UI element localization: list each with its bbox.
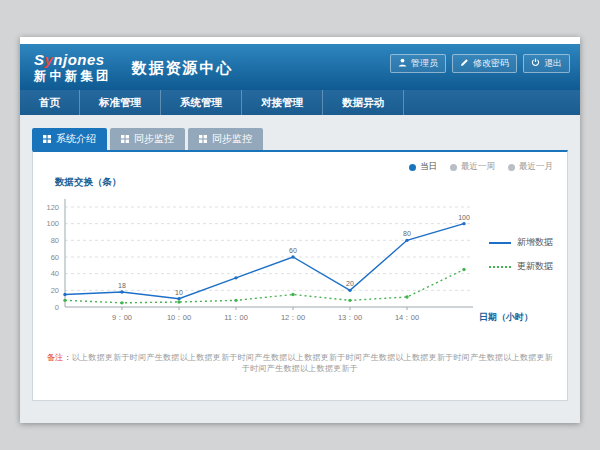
- nav-item-0[interactable]: 首页: [20, 90, 80, 115]
- grid-icon: [43, 134, 51, 145]
- grid-icon: [121, 134, 129, 145]
- filter-option-label: 最近一月: [519, 161, 553, 173]
- legend-line-icon: [489, 242, 511, 244]
- header-button-label: 修改密码: [473, 57, 509, 70]
- app-window: Synjones 新中新集团 数据资源中心 管理员修改密码退出 首页标准管理系统…: [20, 37, 580, 423]
- power-icon: [531, 58, 540, 69]
- tab-0[interactable]: 系统介绍: [32, 128, 107, 150]
- chart-panel: 0204060801001209：0010：0011：0012：0013：001…: [32, 150, 568, 401]
- footnote-text: 以上数据更新于时间产生数据以上数据更新于时间产生数据以上数据更新于时间产生数据以…: [72, 353, 553, 373]
- svg-text:10：00: 10：00: [167, 313, 191, 322]
- svg-text:9：00: 9：00: [112, 313, 132, 322]
- radio-dot-icon: [450, 164, 457, 171]
- legend-line-icon: [489, 266, 511, 268]
- filter-option-label: 当日: [420, 161, 437, 173]
- header-button-label: 退出: [544, 57, 562, 70]
- footnote-prefix: 备注：: [47, 353, 72, 362]
- svg-text:120: 120: [46, 203, 59, 212]
- footnote: 备注：以上数据更新于时间产生数据以上数据更新于时间产生数据以上数据更新于时间产生…: [43, 352, 557, 374]
- brand-logo-cn: 新中新集团: [34, 69, 112, 83]
- nav-item-3[interactable]: 对接管理: [242, 90, 323, 115]
- grid-icon: [199, 134, 207, 145]
- nav-item-1[interactable]: 标准管理: [80, 90, 161, 115]
- legend-label: 新增数据: [517, 236, 553, 249]
- series-legend: 新增数据更新数据: [489, 236, 553, 284]
- tab-label: 同步监控: [134, 132, 174, 146]
- app-header: Synjones 新中新集团 数据资源中心 管理员修改密码退出: [20, 44, 580, 90]
- filter-option-2[interactable]: 最近一月: [508, 161, 553, 173]
- svg-text:40: 40: [51, 269, 59, 278]
- header-button-label: 管理员: [411, 57, 438, 70]
- svg-text:18: 18: [118, 282, 126, 289]
- svg-text:80: 80: [403, 230, 411, 237]
- tab-1[interactable]: 同步监控: [110, 128, 185, 150]
- legend-item-0[interactable]: 新增数据: [489, 236, 553, 249]
- nav-item-4[interactable]: 数据异动: [323, 90, 404, 115]
- nav-bar: 首页标准管理系统管理对接管理数据异动: [20, 90, 580, 115]
- svg-text:0: 0: [55, 303, 59, 312]
- tabs-row: 系统介绍同步监控同步监控: [32, 128, 263, 150]
- svg-text:60: 60: [289, 247, 297, 254]
- brand-logo: Synjones 新中新集团: [34, 51, 112, 84]
- time-filter-legend: 当日最近一周最近一月: [409, 161, 553, 173]
- filter-option-label: 最近一周: [461, 161, 495, 173]
- tab-label: 同步监控: [212, 132, 252, 146]
- tab-label: 系统介绍: [56, 132, 96, 146]
- svg-text:日期（小时）: 日期（小时）: [479, 312, 533, 322]
- radio-dot-icon: [409, 164, 416, 171]
- header-button-admin[interactable]: 管理员: [390, 54, 446, 73]
- legend-item-1[interactable]: 更新数据: [489, 260, 553, 273]
- svg-text:80: 80: [51, 236, 59, 245]
- svg-text:14：00: 14：00: [395, 313, 419, 322]
- brand-logo-text: Synjones: [34, 51, 112, 68]
- radio-dot-icon: [508, 164, 515, 171]
- svg-text:20: 20: [346, 280, 354, 287]
- legend-label: 更新数据: [517, 260, 553, 273]
- svg-text:11：00: 11：00: [224, 313, 248, 322]
- svg-text:20: 20: [51, 286, 59, 295]
- header-actions: 管理员修改密码退出: [390, 54, 570, 73]
- user-icon: [398, 58, 407, 69]
- svg-text:100: 100: [46, 219, 59, 228]
- page-title: 数据资源中心: [132, 56, 234, 78]
- svg-text:13：00: 13：00: [338, 313, 362, 322]
- content-area: 系统介绍同步监控同步监控 0204060801001209：0010：0011：…: [20, 115, 580, 423]
- pencil-icon: [460, 58, 469, 69]
- y-axis-title: 数据交换（条）: [55, 176, 122, 189]
- svg-text:60: 60: [51, 253, 59, 262]
- filter-option-0[interactable]: 当日: [409, 161, 437, 173]
- svg-text:100: 100: [458, 214, 470, 221]
- svg-text:10: 10: [175, 289, 183, 296]
- tab-2[interactable]: 同步监控: [188, 128, 263, 150]
- header-button-change-password[interactable]: 修改密码: [452, 54, 517, 73]
- svg-text:12：00: 12：00: [281, 313, 305, 322]
- header-button-logout[interactable]: 退出: [523, 54, 570, 73]
- nav-item-2[interactable]: 系统管理: [161, 90, 242, 115]
- filter-option-1[interactable]: 最近一周: [450, 161, 495, 173]
